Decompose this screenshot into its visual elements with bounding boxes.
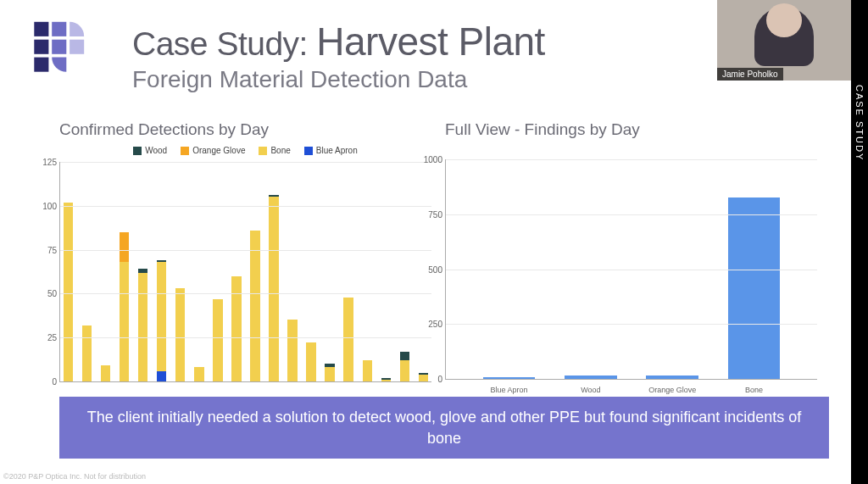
legend-item: Blue Apron: [304, 146, 358, 155]
chart-left-title: Confirmed Detections by Day: [59, 120, 431, 139]
slide-subtitle: Foreign Material Detection Data: [132, 66, 545, 93]
bar-segment: [287, 320, 297, 381]
bar-segment: [120, 232, 129, 262]
legend-label: Blue Apron: [316, 146, 358, 155]
legend-label: Bone: [270, 146, 290, 155]
title-prefix: Case Study:: [132, 25, 316, 62]
bar-segment: [343, 298, 353, 381]
presenter-name: Jamie Poholko: [717, 68, 783, 81]
bar-segment: [381, 380, 391, 381]
bar: [646, 376, 698, 379]
chart-left-plot: 0255075100125: [59, 162, 431, 382]
footer-copyright: ©2020 P&P Optica Inc. Not for distributi…: [3, 472, 146, 481]
bar: [483, 377, 536, 379]
presenter-video: Jamie Poholko: [717, 0, 851, 81]
bar-column: [231, 162, 241, 381]
chart-right-title: Full View - Findings by Day: [445, 120, 817, 139]
bar-segment: [157, 262, 166, 370]
bar-segment: [175, 288, 185, 381]
bar-segment: [64, 203, 73, 381]
legend-swatch: [259, 147, 267, 155]
presenter-silhouette: [754, 7, 814, 66]
bar-segment: [101, 365, 110, 381]
svg-rect-4: [70, 40, 84, 54]
bar-segment: [325, 367, 334, 381]
xtick-label: Orange Glove: [646, 386, 698, 394]
company-logo: [31, 19, 112, 83]
bar-column: [343, 162, 353, 381]
svg-rect-2: [34, 40, 48, 54]
svg-rect-0: [34, 22, 48, 36]
bar-column: [82, 162, 92, 381]
bar-segment: [157, 371, 166, 381]
ytick-label: 750: [419, 209, 442, 219]
bar-column: [381, 162, 391, 381]
ytick-label: 25: [33, 333, 57, 342]
bar-column: [120, 162, 129, 381]
ytick-label: 50: [33, 289, 57, 298]
slide-title: Case Study: Harvest Plant: [132, 19, 545, 64]
bar: [728, 197, 781, 379]
svg-rect-1: [52, 22, 66, 36]
bar-column: [64, 162, 73, 381]
bar-column: [101, 162, 110, 381]
svg-rect-5: [34, 58, 48, 72]
chart-right-plot: Blue ApronWoodOrange GloveBone 025050075…: [445, 159, 817, 380]
bar-segment: [213, 299, 222, 381]
bar-column: [157, 162, 166, 381]
ytick-label: 0: [419, 375, 442, 384]
ytick-label: 125: [33, 158, 57, 167]
chart-right: Full View - Findings by Day Blue ApronWo…: [445, 120, 817, 408]
legend-swatch: [133, 147, 142, 155]
chart-left: Confirmed Detections by Day WoodOrange G…: [59, 120, 431, 408]
bar-column: [363, 162, 372, 381]
ytick-label: 100: [33, 201, 57, 210]
bar-segment: [400, 360, 409, 381]
bar-column: [400, 162, 409, 381]
xtick-label: Blue Apron: [483, 386, 536, 394]
ytick-label: 0: [33, 377, 57, 387]
legend-item: Bone: [259, 146, 290, 155]
xtick-label: Wood: [565, 386, 617, 394]
bar-segment: [82, 325, 92, 381]
ytick-label: 250: [419, 320, 442, 329]
legend-swatch: [304, 147, 313, 155]
bar-segment: [194, 367, 203, 381]
bar-column: [175, 162, 185, 381]
ytick-label: 75: [33, 245, 57, 254]
bar-segment: [306, 342, 315, 381]
legend-label: Orange Glove: [192, 146, 245, 155]
bar-column: [194, 162, 203, 381]
bar-column: [250, 162, 259, 381]
bar-segment: [231, 276, 241, 381]
bar-segment: [400, 352, 409, 360]
bar-segment: [138, 273, 147, 381]
xtick-label: Bone: [728, 386, 781, 394]
legend-swatch: [181, 147, 189, 155]
ytick-label: 1000: [419, 155, 442, 164]
bar-column: [138, 162, 147, 381]
bar-segment: [363, 360, 372, 381]
caption-bar: The client initially needed a solution t…: [59, 397, 829, 459]
bar-column: [287, 162, 297, 381]
bar: [565, 376, 617, 379]
legend-label: Wood: [145, 146, 167, 155]
bar-segment: [269, 197, 278, 381]
bar-column: [306, 162, 315, 381]
legend-item: Wood: [133, 146, 167, 155]
bar-column: [269, 162, 278, 381]
title-emphasis: Harvest Plant: [316, 19, 545, 64]
bar-column: [325, 162, 334, 381]
svg-rect-3: [52, 40, 66, 54]
chart-left-legend: WoodOrange GloveBoneBlue Apron: [59, 146, 431, 155]
bar-segment: [120, 262, 129, 381]
bar-segment: [250, 231, 259, 381]
section-label-sidebar: CASE STUDY: [851, 0, 868, 484]
legend-item: Orange Glove: [181, 146, 245, 155]
ytick-label: 500: [419, 264, 442, 274]
bar-column: [213, 162, 222, 381]
